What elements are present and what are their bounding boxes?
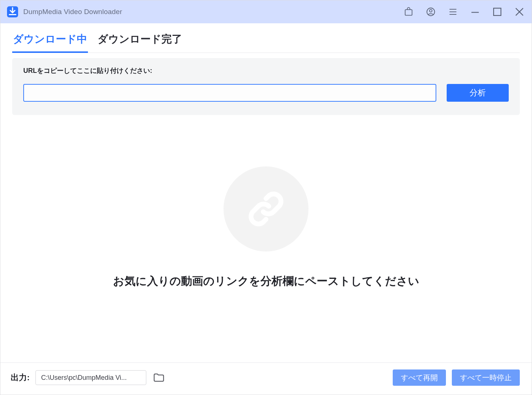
empty-state: お気に入りの動画のリンクを分析欄にペーストしてください xyxy=(12,115,520,362)
output-path-box[interactable]: C:\Users\pc\DumpMedia Vi... xyxy=(35,370,146,385)
url-label: URLをコピーしてここに貼り付けください: xyxy=(23,66,509,75)
account-icon[interactable] xyxy=(422,3,439,20)
pause-all-button[interactable]: すべて一時停止 xyxy=(452,369,520,386)
url-panel: URLをコピーしてここに貼り付けください: 分析 xyxy=(12,58,520,115)
link-icon xyxy=(224,166,308,251)
tab-downloading[interactable]: ダウンロード中 xyxy=(12,30,88,53)
svg-rect-0 xyxy=(405,10,412,15)
output-label: 出力: xyxy=(11,372,30,383)
resume-all-button[interactable]: すべて再開 xyxy=(393,369,446,386)
tab-bar: ダウンロード中 ダウンロード完了 xyxy=(12,30,520,53)
empty-message: お気に入りの動画のリンクを分析欄にペーストしてください xyxy=(113,274,419,289)
app-window: DumpMedia Video Downloader ダウンロード中 ダウンロー… xyxy=(0,0,532,395)
url-input[interactable] xyxy=(23,84,436,102)
url-row: 分析 xyxy=(23,84,509,102)
titlebar: DumpMedia Video Downloader xyxy=(0,0,532,23)
minimize-button[interactable] xyxy=(467,3,484,20)
store-icon[interactable] xyxy=(400,3,417,20)
svg-rect-7 xyxy=(494,8,501,16)
open-folder-button[interactable] xyxy=(152,371,166,384)
menu-icon[interactable] xyxy=(444,3,461,20)
app-title: DumpMedia Video Downloader xyxy=(23,8,122,16)
analyze-button[interactable]: 分析 xyxy=(447,84,509,102)
output-path-text: C:\Users\pc\DumpMedia Vi... xyxy=(41,374,127,382)
maximize-button[interactable] xyxy=(489,3,506,20)
app-logo-icon xyxy=(7,6,18,17)
main-content: ダウンロード中 ダウンロード完了 URLをコピーしてここに貼り付けください: 分… xyxy=(0,23,532,362)
tab-completed[interactable]: ダウンロード完了 xyxy=(97,30,183,53)
close-button[interactable] xyxy=(511,3,528,20)
svg-point-2 xyxy=(430,10,432,12)
footer-bar: 出力: C:\Users\pc\DumpMedia Vi... すべて再開 すべ… xyxy=(0,362,532,395)
